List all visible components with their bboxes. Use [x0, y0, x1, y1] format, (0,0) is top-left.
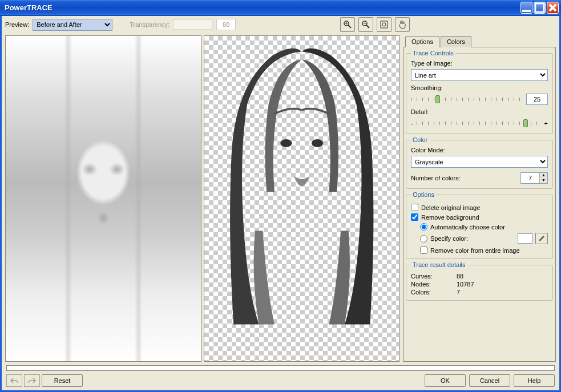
- titlebar: PowerTRACE: [0, 0, 561, 16]
- auto-color-radio[interactable]: Automatically choose color: [411, 223, 548, 231]
- color-mode-label: Color Mode:: [411, 147, 548, 153]
- detail-plus-icon: +: [544, 120, 548, 127]
- zoom-in-button[interactable]: [340, 17, 355, 32]
- colors-label: Colors:: [411, 289, 457, 296]
- spin-down-icon[interactable]: ▼: [539, 178, 547, 183]
- original-image: [6, 36, 201, 361]
- svg-line-7: [366, 25, 369, 28]
- tab-options[interactable]: Options: [405, 36, 439, 47]
- trace-controls-group: Trace Controls Type of Image: Line art S…: [406, 50, 553, 134]
- type-combo[interactable]: Line art: [411, 69, 548, 81]
- undo-button[interactable]: [6, 374, 22, 387]
- cancel-button[interactable]: Cancel: [469, 374, 510, 387]
- after-pane[interactable]: [204, 35, 400, 362]
- titlebar-controls: [520, 2, 559, 14]
- delete-original-checkbox[interactable]: Delete original image: [411, 204, 548, 211]
- smoothing-slider[interactable]: [411, 94, 523, 105]
- svg-point-12: [311, 139, 322, 147]
- remove-background-checkbox[interactable]: Remove background: [411, 213, 548, 221]
- pan-button[interactable]: [395, 17, 410, 32]
- options-group: Options Delete original image Remove bac…: [406, 191, 553, 259]
- transparency-value: 80: [216, 19, 236, 30]
- maximize-button[interactable]: [534, 2, 546, 14]
- detail-slider[interactable]: [417, 118, 541, 129]
- redo-button[interactable]: [24, 374, 40, 387]
- help-button[interactable]: Help: [514, 374, 555, 387]
- preview-combo[interactable]: Before and After: [33, 19, 112, 31]
- footer: Reset OK Cancel Help: [2, 364, 559, 390]
- svg-point-11: [280, 139, 292, 147]
- color-group: Color Color Mode: Grayscale Number of co…: [406, 136, 553, 189]
- color-mode-combo[interactable]: Grayscale: [411, 156, 548, 168]
- num-colors-label: Number of colors:: [411, 175, 517, 181]
- svg-rect-1: [535, 3, 544, 12]
- svg-rect-9: [381, 21, 388, 28]
- smoothing-label: Smoothing:: [411, 84, 548, 91]
- window-title: PowerTRACE: [5, 3, 520, 12]
- progress-bar: [6, 365, 555, 371]
- transparency-label: Transparency:: [130, 21, 169, 28]
- zoom-fit-button[interactable]: [377, 17, 392, 32]
- zoom-out-button[interactable]: [358, 17, 373, 32]
- results-legend: Trace result details: [411, 261, 467, 268]
- reset-button[interactable]: Reset: [42, 374, 83, 387]
- curves-value: 88: [457, 273, 463, 280]
- smoothing-value[interactable]: 25: [526, 94, 548, 105]
- preview-area: [5, 35, 399, 362]
- toolbar: Preview: Before and After Transparency: …: [2, 16, 559, 33]
- nodes-value: 10787: [457, 281, 474, 288]
- before-pane[interactable]: [5, 35, 201, 362]
- side-panel: Options Colors Trace Controls Type of Im…: [403, 35, 556, 362]
- nodes-label: Nodes:: [411, 281, 457, 288]
- tab-colors[interactable]: Colors: [441, 36, 471, 47]
- minimize-button[interactable]: [520, 2, 532, 14]
- traced-image: [204, 36, 399, 361]
- specify-color-radio[interactable]: Specify color:: [420, 235, 515, 243]
- remove-entire-checkbox[interactable]: Remove color from entire image: [411, 246, 548, 254]
- transparency-slider: [173, 19, 213, 30]
- colors-value: 7: [457, 289, 460, 296]
- spin-up-icon[interactable]: ▲: [539, 173, 547, 178]
- ok-button[interactable]: OK: [425, 374, 466, 387]
- type-label: Type of Image:: [411, 60, 548, 67]
- results-group: Trace result details Curves:88 Nodes:107…: [406, 261, 553, 301]
- preview-label: Preview:: [5, 21, 29, 28]
- trace-controls-legend: Trace Controls: [411, 50, 455, 56]
- svg-point-10: [382, 23, 386, 26]
- svg-rect-0: [522, 10, 531, 12]
- color-legend: Color: [411, 136, 429, 143]
- svg-line-3: [348, 25, 351, 28]
- eyedropper-button[interactable]: [535, 233, 548, 244]
- detail-minus-icon: -: [411, 120, 413, 127]
- close-button[interactable]: [547, 2, 559, 14]
- color-swatch[interactable]: [518, 233, 532, 244]
- num-colors-spinner[interactable]: 7 ▲▼: [520, 172, 548, 184]
- options-legend: Options: [411, 191, 436, 198]
- curves-label: Curves:: [411, 273, 457, 280]
- detail-label: Detail:: [411, 108, 548, 115]
